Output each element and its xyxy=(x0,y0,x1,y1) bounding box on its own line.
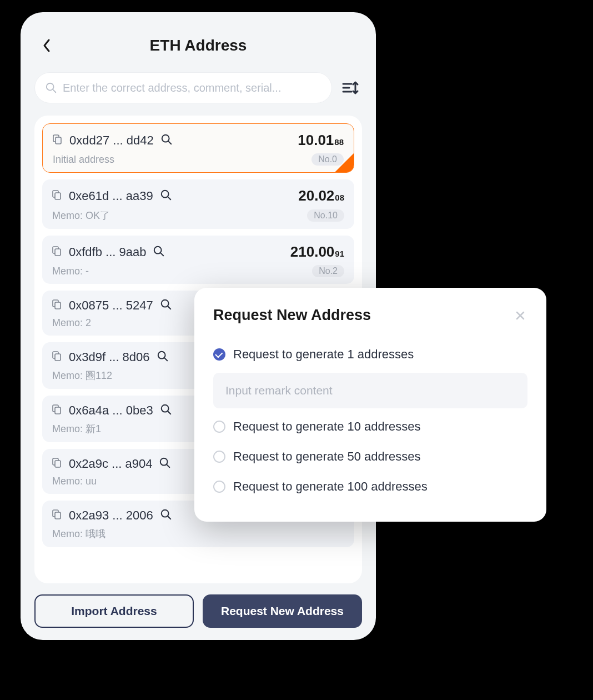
bottom-buttons: Import Address Request New Address xyxy=(34,594,362,628)
address-text: 0xdd27 ... dd42 xyxy=(69,133,154,148)
search-row xyxy=(34,72,362,103)
index-badge: No.2 xyxy=(312,265,344,277)
option-label: Request to generate 100 addresses xyxy=(233,479,428,494)
address-row-main: 0xe61d ... aa3920.0208 xyxy=(52,187,344,204)
svg-line-28 xyxy=(168,411,170,414)
selected-corner-icon xyxy=(335,153,354,172)
svg-line-16 xyxy=(161,253,164,256)
generate-option[interactable]: Request to generate 100 addresses xyxy=(213,472,527,502)
import-address-button[interactable]: Import Address xyxy=(34,594,194,628)
balance: 20.0208 xyxy=(298,187,344,204)
search-address-icon[interactable] xyxy=(160,508,172,523)
balance: 210.0091 xyxy=(290,243,344,261)
svg-rect-18 xyxy=(55,302,61,309)
address-row-meta: Memo: 哦哦 xyxy=(52,527,344,541)
address-item[interactable]: 0xfdfb ... 9aab210.0091Memo: -No.2 xyxy=(42,236,354,284)
search-address-icon[interactable] xyxy=(160,133,173,148)
modal-header: Request New Address xyxy=(213,307,527,324)
address-text: 0x3d9f ... 8d06 xyxy=(69,350,150,364)
radio-unchecked-icon[interactable] xyxy=(213,451,225,463)
svg-rect-6 xyxy=(56,137,61,144)
search-address-icon[interactable] xyxy=(157,350,169,364)
balance: 10.0188 xyxy=(298,132,344,149)
option-label: Request to generate 50 addresses xyxy=(233,449,421,464)
generate-option[interactable]: Request to generate 50 addresses xyxy=(213,442,527,472)
svg-line-24 xyxy=(164,358,167,361)
radio-checked-icon[interactable] xyxy=(213,348,225,361)
copy-icon[interactable] xyxy=(52,351,62,363)
copy-icon[interactable] xyxy=(52,246,62,258)
remark-input[interactable] xyxy=(213,373,527,408)
svg-rect-10 xyxy=(55,193,61,199)
address-text: 0x2a93 ... 2006 xyxy=(69,508,153,523)
address-row-main: 0xdd27 ... dd4210.0188 xyxy=(53,132,344,149)
address-row-main: 0xfdfb ... 9aab210.0091 xyxy=(52,243,344,261)
copy-icon[interactable] xyxy=(53,134,63,147)
sort-icon xyxy=(341,80,359,96)
copy-icon[interactable] xyxy=(52,299,62,312)
memo-text: Memo: 圈112 xyxy=(52,369,112,382)
modal-close-button[interactable] xyxy=(513,308,527,323)
address-text: 0x2a9c ... a904 xyxy=(69,457,152,471)
radio-unchecked-icon[interactable] xyxy=(213,421,225,433)
svg-rect-26 xyxy=(55,407,61,414)
generate-option[interactable]: Request to generate 1 addresses xyxy=(213,339,527,369)
chevron-left-icon xyxy=(42,38,52,53)
memo-text: Memo: 哦哦 xyxy=(52,527,105,541)
index-badge: No.10 xyxy=(307,209,344,222)
address-text: 0xfdfb ... 9aab xyxy=(69,245,146,259)
address-item[interactable]: 0xe61d ... aa3920.0208Memo: OK了No.10 xyxy=(42,179,354,229)
search-address-icon[interactable] xyxy=(153,245,165,259)
address-row-meta: Memo: OK了No.10 xyxy=(52,209,344,222)
memo-text: Memo: 新1 xyxy=(52,422,101,436)
address-text: 0x0875 ... 5247 xyxy=(69,298,153,313)
search-box[interactable] xyxy=(34,72,332,103)
search-icon xyxy=(45,82,57,94)
address-row-meta: Initial addressNo.0 xyxy=(53,153,344,166)
request-new-address-modal: Request New Address Request to generate … xyxy=(194,288,546,522)
svg-line-1 xyxy=(53,89,56,92)
modal-title: Request New Address xyxy=(213,307,371,324)
close-icon xyxy=(515,310,526,321)
svg-line-36 xyxy=(168,516,170,519)
search-input[interactable] xyxy=(63,82,321,94)
generate-option[interactable]: Request to generate 10 addresses xyxy=(213,412,527,442)
option-label: Request to generate 1 addresses xyxy=(233,347,414,362)
search-address-icon[interactable] xyxy=(160,189,172,203)
memo-text: Memo: uu xyxy=(52,476,97,487)
copy-icon[interactable] xyxy=(52,404,62,417)
page-title: ETH Address xyxy=(150,37,247,54)
copy-icon[interactable] xyxy=(52,190,62,202)
option-label: Request to generate 10 addresses xyxy=(233,419,421,434)
radio-unchecked-icon[interactable] xyxy=(213,481,225,493)
svg-line-32 xyxy=(167,464,170,467)
memo-text: Memo: - xyxy=(52,266,89,277)
svg-line-12 xyxy=(168,197,170,199)
svg-line-8 xyxy=(168,141,171,144)
address-row-meta: Memo: -No.2 xyxy=(52,265,344,277)
svg-line-20 xyxy=(168,306,170,309)
memo-text: Memo: OK了 xyxy=(52,209,110,222)
sort-button[interactable] xyxy=(339,76,362,99)
svg-rect-34 xyxy=(55,512,61,519)
search-address-icon[interactable] xyxy=(160,298,172,313)
address-text: 0x6a4a ... 0be3 xyxy=(69,403,153,418)
search-address-icon[interactable] xyxy=(160,403,172,418)
address-text: 0xe61d ... aa39 xyxy=(69,189,153,203)
memo-text: Initial address xyxy=(53,154,114,166)
memo-text: Memo: 2 xyxy=(52,317,91,329)
svg-rect-22 xyxy=(55,354,61,361)
header: ETH Address xyxy=(34,29,362,62)
search-address-icon[interactable] xyxy=(159,457,171,471)
svg-rect-30 xyxy=(55,461,61,467)
copy-icon[interactable] xyxy=(52,509,62,522)
svg-rect-14 xyxy=(55,249,61,256)
request-new-address-button[interactable]: Request New Address xyxy=(203,594,362,628)
back-button[interactable] xyxy=(39,38,54,53)
address-item[interactable]: 0xdd27 ... dd4210.0188Initial addressNo.… xyxy=(42,123,354,173)
copy-icon[interactable] xyxy=(52,458,62,470)
